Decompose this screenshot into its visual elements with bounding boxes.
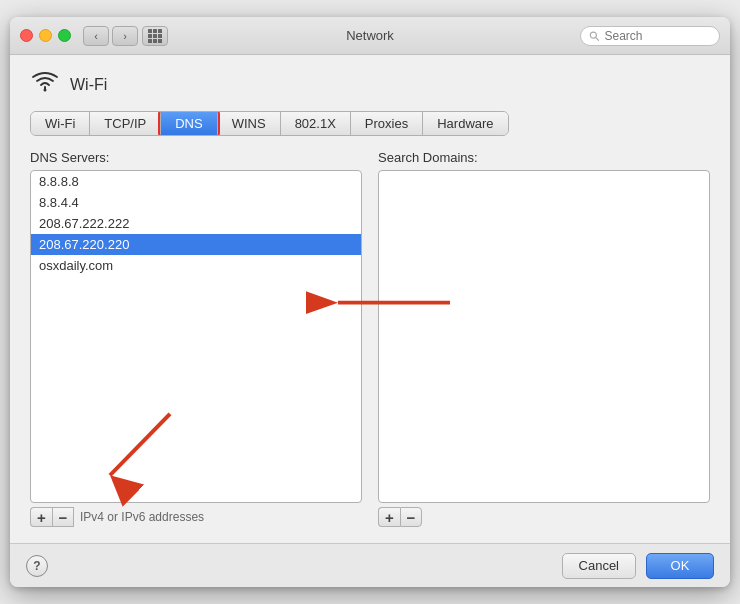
- svg-point-2: [44, 89, 47, 92]
- dns-entry-0[interactable]: 8.8.8.8: [31, 171, 361, 192]
- wifi-label: Wi-Fi: [70, 76, 107, 94]
- cancel-button[interactable]: Cancel: [562, 553, 636, 579]
- dns-remove-button[interactable]: −: [52, 507, 74, 527]
- close-button[interactable]: [20, 29, 33, 42]
- search-domains-label: Search Domains:: [378, 150, 710, 165]
- network-window: ‹ › Network: [10, 17, 730, 587]
- tab-8021x[interactable]: 802.1X: [281, 112, 351, 135]
- dns-entry-4[interactable]: osxdaily.com: [31, 255, 361, 276]
- dns-add-button[interactable]: +: [30, 507, 52, 527]
- dns-entry-2[interactable]: 208.67.222.222: [31, 213, 361, 234]
- maximize-button[interactable]: [58, 29, 71, 42]
- svg-point-0: [590, 32, 596, 38]
- search-box[interactable]: [580, 26, 720, 46]
- search-domains-list[interactable]: [378, 170, 710, 503]
- dns-panel: DNS Servers: 8.8.8.8 8.8.4.4 208.67.222.…: [30, 150, 362, 527]
- svg-line-1: [596, 37, 599, 40]
- dns-panel-buttons: + − IPv4 or IPv6 addresses: [30, 507, 362, 527]
- tab-proxies[interactable]: Proxies: [351, 112, 423, 135]
- tab-tcpip[interactable]: TCP/IP: [90, 112, 161, 135]
- tabs-bar: Wi-Fi TCP/IP DNS WINS 802.1X Proxies Har…: [30, 111, 509, 136]
- dns-hint-text: IPv4 or IPv6 addresses: [80, 510, 204, 524]
- search-icon: [589, 30, 599, 42]
- ok-button[interactable]: OK: [646, 553, 714, 579]
- dns-panel-label: DNS Servers:: [30, 150, 362, 165]
- minimize-button[interactable]: [39, 29, 52, 42]
- dns-entry-3[interactable]: 208.67.220.220: [31, 234, 361, 255]
- wifi-icon: [30, 71, 60, 99]
- window-title: Network: [346, 28, 394, 43]
- tab-wifi[interactable]: Wi-Fi: [31, 112, 90, 135]
- bottom-bar: ? Cancel OK: [10, 543, 730, 587]
- help-button[interactable]: ?: [26, 555, 48, 577]
- content-area: Wi-Fi Wi-Fi TCP/IP DNS WINS 802.1X Proxi…: [10, 55, 730, 543]
- tab-dns[interactable]: DNS: [161, 112, 217, 135]
- titlebar: ‹ › Network: [10, 17, 730, 55]
- dns-entry-1[interactable]: 8.8.4.4: [31, 192, 361, 213]
- traffic-lights: [20, 29, 71, 42]
- search-domains-panel: Search Domains: + −: [378, 150, 710, 527]
- search-input[interactable]: [604, 29, 711, 43]
- back-button[interactable]: ‹: [83, 26, 109, 46]
- tab-wins[interactable]: WINS: [218, 112, 281, 135]
- nav-buttons: ‹ ›: [83, 26, 138, 46]
- search-add-button[interactable]: +: [378, 507, 400, 527]
- search-panel-buttons: + −: [378, 507, 710, 527]
- tab-hardware[interactable]: Hardware: [423, 112, 507, 135]
- wifi-header: Wi-Fi: [30, 71, 710, 99]
- search-remove-button[interactable]: −: [400, 507, 422, 527]
- panels-wrapper: DNS Servers: 8.8.8.8 8.8.4.4 208.67.222.…: [30, 150, 710, 527]
- grid-button[interactable]: [142, 26, 168, 46]
- bottom-actions: Cancel OK: [562, 553, 714, 579]
- forward-button[interactable]: ›: [112, 26, 138, 46]
- dns-servers-list[interactable]: 8.8.8.8 8.8.4.4 208.67.222.222 208.67.22…: [30, 170, 362, 503]
